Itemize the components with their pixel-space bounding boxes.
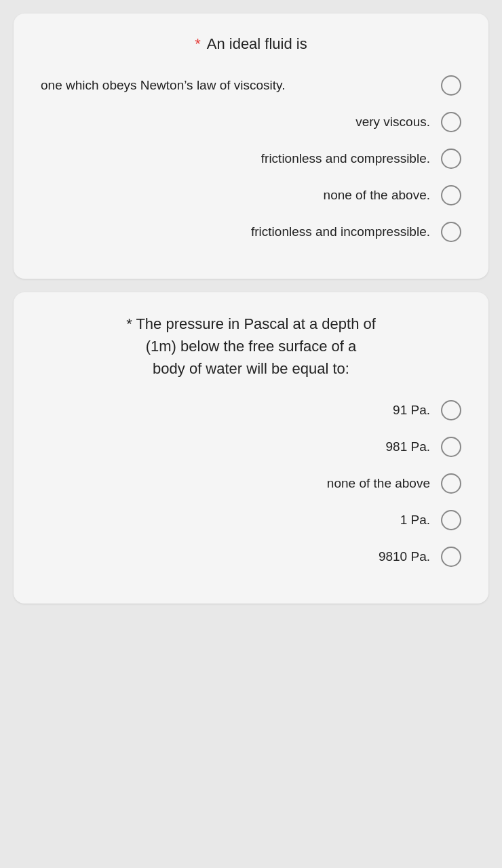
q1-option5-row: frictionless and incompressible. [41, 222, 461, 242]
question1-title: * An ideal fluid is [41, 34, 461, 55]
q2-option3-label: none of the above [327, 475, 430, 493]
q2-option2-row: 981 Pa. [41, 437, 461, 457]
q1-option5-radio[interactable] [441, 222, 461, 242]
q1-option5-label: frictionless and incompressible. [251, 223, 430, 241]
q1-option2-radio[interactable] [441, 112, 461, 132]
q1-option1-radio[interactable] [441, 75, 461, 96]
q1-option2-label: very viscous. [355, 113, 430, 132]
required-star-1: * [195, 35, 201, 52]
q2-option4-row: 1 Pa. [41, 510, 461, 530]
q2-option5-label: 9810 Pa. [379, 548, 430, 566]
q2-option1-label: 91 Pa. [393, 401, 430, 420]
q1-option3-label: frictionless and compressible. [261, 150, 430, 168]
q2-option3-radio[interactable] [441, 473, 461, 494]
q2-option1-radio[interactable] [441, 400, 461, 420]
question1-card: * An ideal fluid is one which obeys Newt… [14, 14, 488, 279]
q1-option3-row: frictionless and compressible. [41, 149, 461, 169]
q2-option1-row: 91 Pa. [41, 400, 461, 420]
q2-option5-radio[interactable] [441, 547, 461, 567]
q1-option3-radio[interactable] [441, 149, 461, 169]
q2-option2-label: 981 Pa. [386, 438, 431, 456]
question2-card: * The pressure in Pascal at a depth of (… [14, 292, 488, 604]
q1-option4-radio[interactable] [441, 185, 461, 205]
q1-option2-row: very viscous. [41, 112, 461, 132]
q1-option4-label: none of the above. [324, 186, 430, 205]
question1-title-text: An ideal fluid is [207, 35, 307, 52]
q1-option1-label: one which obeys Newton’s law of viscosit… [41, 77, 430, 95]
required-star-2: * [126, 315, 132, 332]
question2-title: * The pressure in Pascal at a depth of (… [41, 313, 461, 380]
q1-option1-row: one which obeys Newton’s law of viscosit… [41, 75, 461, 96]
q2-option2-radio[interactable] [441, 437, 461, 457]
q2-option5-row: 9810 Pa. [41, 547, 461, 567]
q1-option4-row: none of the above. [41, 185, 461, 205]
q2-option4-label: 1 Pa. [400, 511, 430, 530]
q2-option3-row: none of the above [41, 473, 461, 494]
q2-option4-radio[interactable] [441, 510, 461, 530]
